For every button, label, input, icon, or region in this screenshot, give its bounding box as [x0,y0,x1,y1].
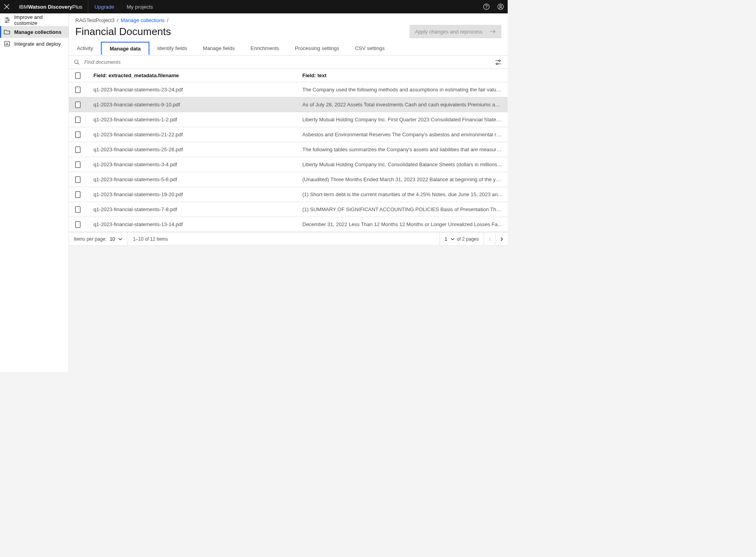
deploy-icon [4,41,10,47]
table-row[interactable]: q1-2023-financial-statements-9-10.pdfAs … [69,97,508,112]
sidebar-item-manage-collections[interactable]: Manage collections [0,26,69,38]
tab-manage-data[interactable]: Manage data [101,42,149,55]
cell-text: (1) Short-term debt is the current matur… [302,191,503,197]
cell-filename: q1-2023-financial-statements-3-4.pdf [86,162,298,167]
breadcrumb-link[interactable]: Manage collections [121,17,164,23]
cell-filename: q1-2023-financial-statements-13-14.pdf [86,221,298,227]
of-pages-label: of 2 pages [457,236,479,242]
column-text: Field: text [302,72,503,78]
row-checkbox[interactable] [75,162,80,168]
apply-reprocess-button[interactable]: Apply changes and reprocess [410,25,501,38]
svg-point-5 [8,20,9,21]
help-icon [483,3,490,10]
cell-filename: q1-2023-financial-statements-5-6.pdf [86,176,298,182]
tab-activity[interactable]: Activity [69,42,101,55]
tab-csv-settings[interactable]: CSV settings [347,42,393,55]
next-page-button[interactable] [496,232,508,245]
brand-suffix: Plus [72,4,82,10]
user-icon [497,3,504,10]
apply-button-label: Apply changes and reprocess [415,29,482,35]
table-row[interactable]: q1-2023-financial-statements-1-2.pdfLibe… [69,112,508,127]
table-row[interactable]: q1-2023-financial-statements-19-20.pdf(1… [69,187,508,202]
row-checkbox[interactable] [75,206,80,213]
search-icon [74,59,80,65]
caret-right-icon [500,237,503,241]
pagination: Items per page: 10 1–10 of 12 items 1 of… [69,232,508,246]
cell-text: Liberty Mutual Holding Company Inc. Cons… [302,162,503,167]
tab-manage-fields[interactable]: Manage fields [195,42,243,55]
brand-bold: Watson Discovery [28,4,72,10]
main: RAGTestProject3 / Manage collections / F… [69,13,508,372]
toolbar [69,56,508,69]
table-row[interactable]: q1-2023-financial-statements-5-6.pdf(Una… [69,172,508,187]
tune-icon [4,17,10,23]
cell-filename: q1-2023-financial-statements-25-26.pdf [86,147,298,152]
cell-text: Asbestos and Environmental Reserves The … [302,132,503,137]
nav-upgrade[interactable]: Upgrade [88,0,121,13]
search-input[interactable] [84,59,493,65]
close-icon [4,4,9,9]
user-button[interactable] [493,0,508,13]
table-row[interactable]: q1-2023-financial-statements-25-26.pdfTh… [69,142,508,157]
tabs: ActivityManage dataIdentify fieldsManage… [69,41,501,55]
nav-my-projects[interactable]: My projects [121,0,159,13]
table-row[interactable]: q1-2023-financial-statements-7-8.pdf(1) … [69,202,508,217]
breadcrumb-project: RAGTestProject3 [75,17,115,23]
cell-filename: q1-2023-financial-statements-21-22.pdf [86,132,298,137]
sidebar-item-label: Integrate and deploy [14,41,61,47]
cell-text: The Company used the following methods a… [302,87,503,93]
sidebar-item-improve-and-customize[interactable]: Improve and customize [0,14,69,26]
table-row[interactable]: q1-2023-financial-statements-3-4.pdfLibe… [69,157,508,172]
row-checkbox[interactable] [75,221,80,228]
row-checkbox[interactable] [75,176,80,183]
row-checkbox[interactable] [75,87,80,93]
row-checkbox[interactable] [75,117,80,123]
search [74,59,493,65]
documents-table: Field: extracted_metadata.filename Field… [69,69,508,232]
row-checkbox[interactable] [75,132,80,138]
select-all-checkbox[interactable] [75,72,80,79]
row-checkbox[interactable] [75,102,80,108]
close-button[interactable] [0,0,13,13]
caret-left-icon [488,237,492,241]
chevron-down-icon [451,238,454,240]
ipp-label: Items per page: [74,236,106,242]
arrow-right-icon [490,29,496,34]
cell-filename: q1-2023-financial-statements-9-10.pdf [86,102,298,108]
sidebar-item-label: Manage collections [14,29,61,35]
svg-point-8 [74,60,78,63]
cell-text: December 31, 2022 Less Than 12 Months 12… [302,221,503,227]
svg-point-10 [496,63,498,65]
page-title: Financial Documents [75,26,171,38]
table-header: Field: extracted_metadata.filename Field… [69,69,508,82]
row-checkbox[interactable] [75,191,80,198]
column-filename: Field: extracted_metadata.filename [86,72,298,78]
cell-filename: q1-2023-financial-statements-7-8.pdf [86,206,298,212]
page-head: RAGTestProject3 / Manage collections / F… [69,13,508,56]
brand: IBM Watson Discovery Plus [13,0,88,13]
ipp-select[interactable]: 10 [110,236,117,242]
sidebar-item-integrate-and-deploy[interactable]: Integrate and deploy [0,38,69,50]
svg-point-1 [486,8,487,9]
cell-filename: q1-2023-financial-statements-19-20.pdf [86,191,298,197]
svg-point-9 [499,60,500,61]
table-row[interactable]: q1-2023-financial-statements-13-14.pdfDe… [69,217,508,232]
page-select[interactable]: 1 [445,236,449,242]
tab-processing-settings[interactable]: Processing settings [287,42,347,55]
tab-identify-fields[interactable]: Identify fields [149,42,195,55]
row-checkbox[interactable] [75,147,80,153]
svg-point-4 [7,18,8,19]
breadcrumb: RAGTestProject3 / Manage collections / [75,17,501,23]
brand-prefix: IBM [19,4,28,10]
filter-button[interactable] [493,58,503,67]
chevron-down-icon [118,238,122,240]
table-row[interactable]: q1-2023-financial-statements-21-22.pdfAs… [69,127,508,142]
range-label: 1–10 of 12 items [127,236,173,242]
cell-text: As of July 28, 2022 Assets Total investm… [302,102,503,108]
sidebar-item-label: Improve and customize [14,14,65,26]
prev-page-button[interactable] [484,232,496,245]
table-row[interactable]: q1-2023-financial-statements-23-24.pdfTh… [69,82,508,97]
tab-enrichments[interactable]: Enrichments [243,42,287,55]
folder-icon [4,29,10,35]
help-button[interactable] [479,0,493,13]
